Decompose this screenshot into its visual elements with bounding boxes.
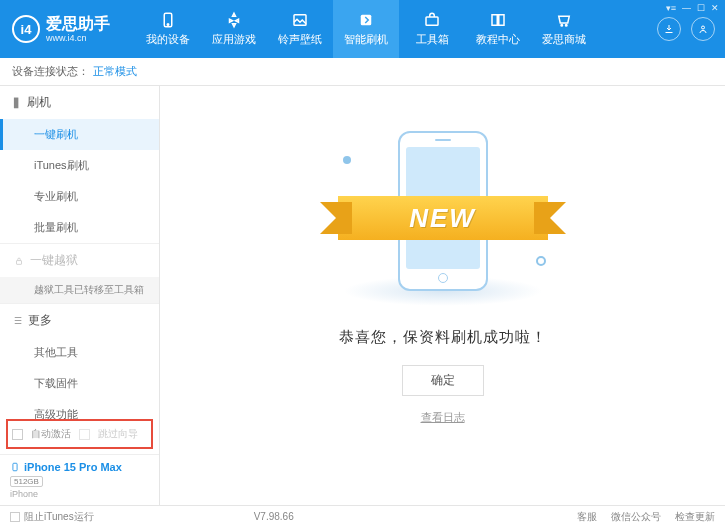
section-title: 更多	[28, 312, 52, 329]
version-label: V7.98.66	[254, 511, 294, 522]
sidebar-item-other[interactable]: 其他工具	[0, 337, 159, 368]
sidebar-item-pro[interactable]: 专业刷机	[0, 181, 159, 212]
section-title: 一键越狱	[30, 252, 78, 269]
checkbox-skip-guide[interactable]	[79, 429, 90, 440]
svg-point-6	[566, 25, 568, 27]
auto-activate-label: 自动激活	[31, 427, 71, 441]
window-controls: ▾≡ — ☐ ✕	[666, 3, 719, 13]
app-title: 爱思助手	[46, 15, 110, 33]
tab-label: 爱思商城	[542, 32, 586, 47]
sidebar-section-more[interactable]: ☰ 更多	[0, 304, 159, 337]
view-log-link[interactable]: 查看日志	[421, 410, 465, 425]
footer: 阻止iTunes运行 V7.98.66 客服 微信公众号 检查更新	[0, 505, 725, 527]
success-illustration: NEW	[328, 126, 558, 306]
user-button[interactable]	[691, 17, 715, 41]
sidebar-jailbreak-note: 越狱工具已转移至工具箱	[0, 277, 159, 303]
checkbox-auto-activate[interactable]	[12, 429, 23, 440]
tab-apps-games[interactable]: 应用游戏	[201, 0, 267, 58]
tab-store[interactable]: 爱思商城	[531, 0, 597, 58]
tab-my-device[interactable]: 我的设备	[135, 0, 201, 58]
svg-rect-9	[13, 463, 17, 471]
tab-smart-flash[interactable]: 智能刷机	[333, 0, 399, 58]
sidebar-item-download[interactable]: 下载固件	[0, 368, 159, 399]
svg-rect-3	[361, 15, 372, 26]
svg-rect-4	[426, 17, 438, 25]
tab-label: 铃声壁纸	[278, 32, 322, 47]
cart-icon	[555, 11, 573, 29]
menu-icon[interactable]: ▾≡	[666, 3, 676, 13]
tab-ringtones[interactable]: 铃声壁纸	[267, 0, 333, 58]
sidebar-item-batch[interactable]: 批量刷机	[0, 212, 159, 243]
minimize-icon[interactable]: —	[682, 3, 691, 13]
sidebar-section-flash[interactable]: ▋ 刷机	[0, 86, 159, 119]
device-name[interactable]: iPhone 15 Pro Max	[10, 461, 149, 473]
hamburger-icon: ☰	[14, 316, 22, 326]
block-itunes-label: 阻止iTunes运行	[24, 510, 94, 524]
tab-label: 教程中心	[476, 32, 520, 47]
maximize-icon[interactable]: ☐	[697, 3, 705, 13]
phone-icon	[159, 11, 177, 29]
download-button[interactable]	[657, 17, 681, 41]
status-bar: 设备连接状态： 正常模式	[0, 58, 725, 86]
toolbox-icon	[423, 11, 441, 29]
status-label: 设备连接状态：	[12, 64, 89, 79]
nav-tabs: 我的设备 应用游戏 铃声壁纸 智能刷机 工具箱 教程中心 爱思商城	[135, 0, 657, 58]
download-icon	[663, 23, 675, 35]
lock-icon	[14, 256, 24, 266]
phone-icon	[10, 461, 20, 473]
svg-point-1	[167, 24, 169, 26]
highlighted-options: 自动激活 跳过向导	[6, 419, 153, 449]
footer-update[interactable]: 检查更新	[675, 510, 715, 524]
device-info: iPhone 15 Pro Max 512GB iPhone	[0, 454, 159, 505]
book-icon	[489, 11, 507, 29]
sidebar-section-jailbreak: 一键越狱	[0, 244, 159, 277]
storage-badge: 512GB	[10, 476, 43, 487]
svg-point-7	[702, 26, 705, 29]
header-right	[657, 17, 725, 41]
image-icon	[291, 11, 309, 29]
logo-icon: i4	[12, 15, 40, 43]
tab-label: 智能刷机	[344, 32, 388, 47]
status-mode: 正常模式	[93, 64, 137, 79]
footer-service[interactable]: 客服	[577, 510, 597, 524]
new-ribbon: NEW	[338, 196, 548, 240]
ok-button[interactable]: 确定	[402, 365, 484, 396]
tab-label: 应用游戏	[212, 32, 256, 47]
user-icon	[697, 23, 709, 35]
tab-label: 工具箱	[416, 32, 449, 47]
tab-toolbox[interactable]: 工具箱	[399, 0, 465, 58]
flash-icon	[357, 11, 375, 29]
app-subtitle: www.i4.cn	[46, 33, 110, 43]
footer-wechat[interactable]: 微信公众号	[611, 510, 661, 524]
section-title: 刷机	[27, 94, 51, 111]
tab-tutorials[interactable]: 教程中心	[465, 0, 531, 58]
device-type: iPhone	[10, 489, 149, 499]
tab-label: 我的设备	[146, 32, 190, 47]
svg-point-5	[561, 25, 563, 27]
app-header: ▾≡ — ☐ ✕ i4 爱思助手 www.i4.cn 我的设备 应用游戏 铃声壁…	[0, 0, 725, 58]
sidebar-item-onekey[interactable]: 一键刷机	[0, 119, 159, 150]
sidebar-item-itunes[interactable]: iTunes刷机	[0, 150, 159, 181]
skip-guide-label: 跳过向导	[98, 427, 138, 441]
sidebar: ▋ 刷机 一键刷机 iTunes刷机 专业刷机 批量刷机 一键越狱 越狱工具已转…	[0, 86, 160, 505]
close-icon[interactable]: ✕	[711, 3, 719, 13]
logo-area: i4 爱思助手 www.i4.cn	[0, 15, 135, 43]
checkbox-block-itunes[interactable]	[10, 512, 20, 522]
svg-rect-8	[17, 260, 22, 264]
apps-icon	[225, 11, 243, 29]
chevron-down-icon: ▋	[14, 98, 21, 108]
main-content: NEW 恭喜您，保资料刷机成功啦！ 确定 查看日志	[160, 86, 725, 505]
success-message: 恭喜您，保资料刷机成功啦！	[339, 328, 547, 347]
